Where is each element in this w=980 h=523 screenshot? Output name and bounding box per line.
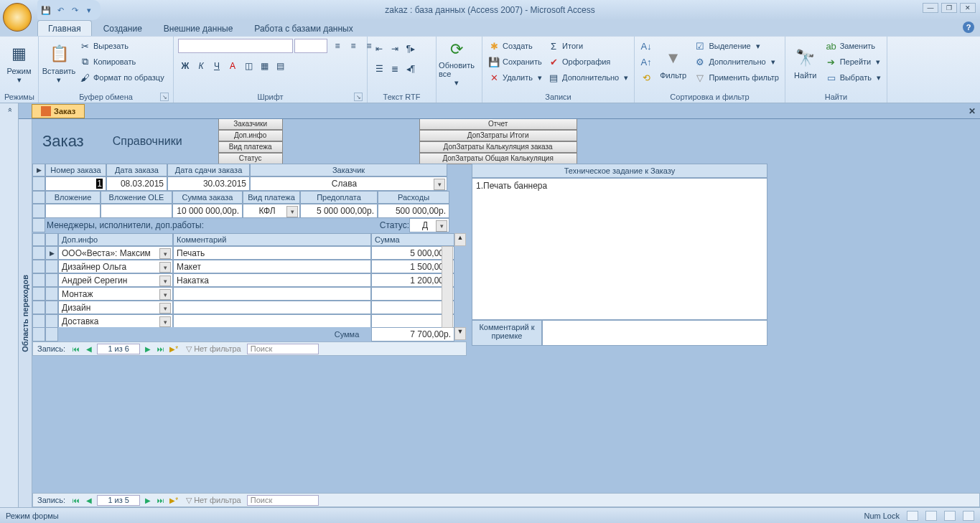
extra-info-combo[interactable]: Монтаж <box>58 287 173 301</box>
sub-record-selector[interactable] <box>45 301 58 314</box>
attachment-field[interactable] <box>45 204 101 218</box>
delete-record-button[interactable]: ✕Удалить ▾ <box>487 70 543 85</box>
redo-icon[interactable]: ↷ <box>69 4 80 16</box>
cut-button[interactable]: ✂Вырезать <box>78 39 166 53</box>
expenses-field[interactable]: 500 000,00р. <box>378 204 449 218</box>
select-button[interactable]: ▭Выбрать ▾ <box>824 70 882 85</box>
extra-info-combo[interactable]: Доставка <box>58 314 173 327</box>
extra-info-combo[interactable]: ООО«Веста»: Максим <box>58 246 173 260</box>
format-painter-button[interactable]: 🖌Формат по образцу <box>78 70 166 85</box>
help-icon[interactable]: ? <box>963 22 974 33</box>
status-button[interactable]: Статус <box>218 153 283 164</box>
order-number-field[interactable]: 1 <box>45 176 106 191</box>
next-record-button[interactable]: ▶ <box>141 345 154 353</box>
comment-field[interactable] <box>173 314 371 327</box>
bold-button[interactable]: Ж <box>178 59 192 73</box>
attachment-ole-field[interactable] <box>101 204 172 218</box>
decrease-indent-button[interactable]: ⇤ <box>372 42 386 56</box>
last-record-button[interactable]: ⏭ <box>154 496 167 504</box>
tab-database-tools[interactable]: Работа с базами данных <box>244 21 363 36</box>
tab-home[interactable]: Главная <box>37 20 92 36</box>
nav-pane-collapsed[interactable]: Область переходов <box>19 119 32 507</box>
font-color-button[interactable]: A <box>225 59 240 73</box>
replace-button[interactable]: abЗаменить <box>824 39 882 53</box>
alt-row-color-button[interactable]: ▤ <box>273 59 287 73</box>
minimize-button[interactable]: — <box>923 3 938 13</box>
customer-combo[interactable]: Слава <box>250 176 447 191</box>
goto-button[interactable]: ➔Перейти ▾ <box>824 55 882 69</box>
clear-sort-button[interactable]: ⟲ <box>639 70 653 85</box>
comment-field[interactable] <box>173 287 371 301</box>
paste-button[interactable]: 📋 Вставить▾ <box>43 39 75 88</box>
underline-button[interactable]: Ч <box>210 59 224 73</box>
record-counter[interactable]: 1 из 5 <box>97 495 140 506</box>
record-selector[interactable] <box>32 246 45 260</box>
order-sum-field[interactable]: 10 000 000,00р. <box>172 204 243 218</box>
dialog-launcher-icon[interactable]: ↘ <box>354 93 363 101</box>
sort-desc-button[interactable]: A↑ <box>639 55 653 69</box>
extra-cost-totals-button[interactable]: ДопЗатраты Итоги <box>419 130 577 141</box>
subform-scrollbar[interactable] <box>442 246 453 327</box>
font-size-combo[interactable] <box>294 39 327 53</box>
gridlines-button[interactable]: ▦ <box>257 59 271 73</box>
increase-indent-button[interactable]: ⇥ <box>388 42 402 56</box>
sub-record-selector[interactable] <box>45 314 58 327</box>
layout-view-icon[interactable] <box>944 511 956 521</box>
undo-icon[interactable]: ↶ <box>55 4 66 16</box>
find-button[interactable]: 🔭 Найти <box>790 39 821 88</box>
status-combo[interactable]: Д <box>409 218 449 232</box>
comment-field[interactable]: Печать <box>173 246 371 260</box>
sort-asc-button[interactable]: A↓ <box>639 39 653 53</box>
prev-record-button[interactable]: ◀ <box>83 496 95 504</box>
new-record-nav-button[interactable]: ▶* <box>167 496 180 504</box>
payment-type-button[interactable]: Вид платежа <box>218 141 283 153</box>
order-date-field[interactable]: 08.03.2015 <box>106 176 167 191</box>
sub-record-selector[interactable] <box>45 260 58 273</box>
due-date-field[interactable]: 30.03.2015 <box>167 176 250 191</box>
close-doc-button[interactable]: ✕ <box>969 106 976 116</box>
acceptance-comment-field[interactable] <box>542 320 767 346</box>
filter-button[interactable]: ▼ Фильтр <box>656 39 690 88</box>
scrollbar-up-icon[interactable]: ▲ <box>454 233 466 246</box>
new-record-button[interactable]: ✱Создать <box>487 39 543 53</box>
save-icon[interactable]: 💾 <box>40 4 52 16</box>
toggle-filter-button[interactable]: ▽Применить фильтр <box>693 70 780 85</box>
advanced-filter-button[interactable]: ⚙Дополнительно ▾ <box>693 55 780 69</box>
save-record-button[interactable]: 💾Сохранить <box>487 55 543 69</box>
ltr-button[interactable]: ¶▸ <box>403 42 418 56</box>
selection-filter-button[interactable]: ☑Выделение ▾ <box>693 39 780 53</box>
refresh-all-button[interactable]: ⟳ Обновить все▾ <box>441 39 472 88</box>
font-name-combo[interactable] <box>178 39 293 53</box>
tech-task-field[interactable]: 1.Печать баннера <box>472 178 767 320</box>
prepayment-field[interactable]: 5 000 000,00р. <box>300 204 378 218</box>
copy-button[interactable]: ⧉Копировать <box>78 55 166 69</box>
extra-cost-order-calc-button[interactable]: ДопЗатраты Калькуляция заказа <box>419 141 577 153</box>
scrollbar-down-icon[interactable]: ▼ <box>454 327 466 340</box>
tab-order-form[interactable]: Заказ <box>32 104 85 118</box>
record-selector[interactable] <box>32 273 45 287</box>
number-list-button[interactable]: ≣ <box>388 62 402 76</box>
record-selector[interactable]: ▶ <box>32 164 45 176</box>
more-records-button[interactable]: ▤Дополнительно ▾ <box>546 70 630 85</box>
italic-button[interactable]: К <box>194 59 208 73</box>
first-record-button[interactable]: ⏮ <box>70 496 83 504</box>
tab-create[interactable]: Создание <box>93 21 152 36</box>
tab-external-data[interactable]: Внешние данные <box>154 21 243 36</box>
next-record-button[interactable]: ▶ <box>141 496 154 504</box>
extra-info-combo[interactable]: Дизайн <box>58 301 173 314</box>
close-button[interactable]: ✕ <box>960 3 976 13</box>
dialog-launcher-icon[interactable]: ↘ <box>160 93 169 101</box>
record-selector[interactable] <box>32 301 45 314</box>
payment-type-combo[interactable]: КФЛ <box>243 204 300 218</box>
new-record-nav-button[interactable]: ▶* <box>167 345 180 353</box>
sub-record-selector[interactable] <box>45 287 58 301</box>
comment-field[interactable]: Макет <box>173 260 371 273</box>
fill-color-button[interactable]: ◫ <box>241 59 256 73</box>
search-box[interactable]: Поиск <box>247 495 319 506</box>
comment-field[interactable] <box>173 301 371 314</box>
align-left-button[interactable]: ≡ <box>330 39 345 53</box>
extra-info-combo[interactable]: Андрей Серегин <box>58 273 173 287</box>
last-record-button[interactable]: ⏭ <box>154 345 167 353</box>
comment-field[interactable]: Накатка <box>173 273 371 287</box>
rtl-button[interactable]: ◂¶ <box>403 62 418 76</box>
